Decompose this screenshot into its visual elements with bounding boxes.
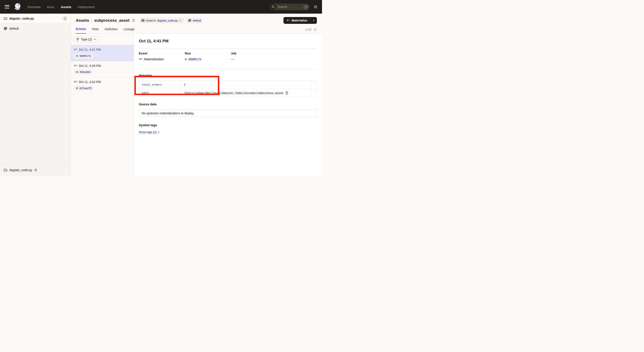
- metadata-key: total_orders: [139, 81, 181, 89]
- show-tags-label: Show tags (2): [139, 130, 156, 134]
- table-row: path /Users/yuhan/dev/local/dagster_home…: [139, 89, 317, 97]
- job-value-empty: —: [231, 57, 234, 61]
- nav-item-deployment[interactable]: Deployment: [78, 5, 95, 9]
- tab-events[interactable]: Events: [76, 27, 86, 34]
- run-column-label: Run: [185, 52, 231, 55]
- top-navbar: Overview Runs Assets Deployment / ⚙: [0, 0, 322, 14]
- metadata-actions-cell: [310, 81, 317, 89]
- asset-header: Assets › subprocess_asset Asset in dagst…: [71, 14, 322, 25]
- dagster-logo[interactable]: [14, 2, 22, 11]
- asset-sidebar: dagster_code.py 1 default dagster_code.p…: [0, 14, 71, 176]
- global-search[interactable]: /: [270, 3, 310, 10]
- nav-item-overview[interactable]: Overview: [27, 5, 41, 9]
- reload-code-location-icon[interactable]: [34, 169, 37, 172]
- event-list-item[interactable]: Oct 11, 4:22 PM 637aed75: [71, 77, 134, 94]
- refresh-countdown: 0:05: [306, 28, 312, 31]
- event-type-value: Materialization: [144, 57, 164, 61]
- metadata-heading: Metadata: [139, 74, 317, 77]
- chip-group-default[interactable]: default: [186, 18, 203, 23]
- divider: [139, 48, 317, 49]
- reload-icon[interactable]: [179, 19, 182, 22]
- asset-tabs: Events Plots Definition Lineage 0:05: [71, 25, 322, 34]
- metadata-table: total_orders 2 path /Users/yuhan/dev/loc…: [139, 81, 317, 97]
- run-id-link: 359cdbfc: [80, 70, 91, 74]
- settings-gear-icon[interactable]: ⚙: [314, 5, 317, 9]
- folder-icon: [4, 17, 7, 20]
- materialize-dropdown-caret[interactable]: ▾: [310, 19, 317, 22]
- funnel-icon: [76, 38, 79, 41]
- chip-prefix: Asset in: [146, 19, 156, 22]
- asset-count-badge: 1: [62, 16, 68, 21]
- events-list-panel: Type (2) Oct 11, 4:41 PM 9dbf617e: [71, 34, 134, 176]
- tab-plots[interactable]: Plots: [92, 27, 99, 33]
- event-timestamp: Oct 11, 4:22 PM: [79, 80, 101, 84]
- run-status-dot: [76, 55, 78, 57]
- run-id-link: 637aed75: [80, 87, 92, 90]
- nav-item-runs[interactable]: Runs: [47, 5, 54, 9]
- breadcrumb-assets-link[interactable]: Assets: [76, 18, 89, 23]
- event-column-label: Event: [139, 52, 185, 55]
- sidebar-item-default-group[interactable]: default: [0, 24, 70, 33]
- asset-group-icon: [4, 27, 7, 30]
- copy-path-icon[interactable]: [285, 91, 288, 95]
- type-filter-button[interactable]: Type (2): [73, 36, 99, 42]
- materialization-sparkles-icon: [74, 48, 77, 51]
- metadata-path-link[interactable]: /Users/yuhan/dev/local/dagster_home/stor…: [184, 91, 284, 94]
- materialize-label: Materialize: [292, 19, 307, 22]
- breadcrumb: Assets › subprocess_asset Asset in dagst…: [76, 16, 317, 25]
- group-label: default: [9, 27, 19, 30]
- source-data-empty-state: No upstream materializations to display.: [139, 109, 317, 117]
- system-tags-heading: System tags: [139, 123, 317, 127]
- run-id-link[interactable]: 9dbf617e: [188, 57, 201, 61]
- breadcrumb-separator: ›: [91, 18, 92, 22]
- sidebar-footer-code-location: dagster_code.py: [0, 164, 70, 176]
- type-filter-label: Type (2): [81, 38, 92, 41]
- events-filter-bar: Type (2): [71, 34, 134, 45]
- chevron-down-icon: [94, 38, 96, 41]
- metadata-actions-cell: [310, 89, 317, 97]
- run-id-chip[interactable]: 637aed75: [74, 85, 94, 91]
- event-detail-panel: Oct 11, 4:41 PM Event Materialization Ru…: [134, 34, 322, 176]
- hamburger-menu-icon[interactable]: [5, 5, 9, 8]
- tab-lineage[interactable]: Lineage: [124, 27, 134, 33]
- materialize-split-button: Materialize ▾: [284, 17, 317, 24]
- chip-group-link[interactable]: default: [193, 19, 201, 22]
- divider: [139, 69, 317, 70]
- refresh-icon[interactable]: [314, 28, 317, 31]
- show-tags-toggle[interactable]: Show tags (2) ▾: [139, 130, 159, 134]
- chip-code-location-link[interactable]: dagster_code.py: [157, 19, 178, 22]
- source-data-heading: Source data: [139, 103, 317, 106]
- footer-code-location-label: dagster_code.py: [9, 168, 32, 172]
- materialization-sparkles-icon: [74, 64, 77, 67]
- run-status-dot: [76, 87, 78, 89]
- materialization-sparkles-icon: [139, 57, 142, 61]
- nav-item-assets[interactable]: Assets: [61, 5, 71, 9]
- sparkles-icon: [286, 19, 290, 22]
- table-row: total_orders 2: [139, 81, 317, 89]
- event-summary-grid: Event Materialization Run 9dbf617e: [139, 52, 317, 61]
- run-id-chip[interactable]: 9dbf617e: [74, 53, 93, 58]
- event-timestamp: Oct 11, 4:33 PM: [79, 64, 101, 67]
- materialize-button[interactable]: Materialize: [284, 19, 310, 22]
- run-status-dot: [76, 71, 78, 73]
- source-data-empty-message: No upstream materializations to display.: [142, 111, 194, 115]
- search-shortcut-badge: /: [304, 5, 308, 9]
- caret-down-icon: ▾: [158, 131, 159, 133]
- metadata-key: path: [139, 89, 181, 97]
- folder-icon: [4, 168, 7, 172]
- event-list-item[interactable]: Oct 11, 4:33 PM 359cdbfc: [71, 61, 134, 77]
- chip-code-location[interactable]: Asset in dagster_code.py: [139, 18, 184, 23]
- job-column-label: Job: [231, 52, 317, 55]
- copy-asset-name-icon[interactable]: [132, 19, 135, 22]
- search-input[interactable]: [278, 5, 301, 8]
- sidebar-code-location[interactable]: dagster_code.py 1: [0, 14, 70, 24]
- tab-definition[interactable]: Definition: [105, 27, 118, 33]
- primary-nav: Overview Runs Assets Deployment: [27, 5, 95, 9]
- asset-group-icon: [188, 19, 191, 22]
- metadata-value: 2: [181, 81, 310, 89]
- event-timestamp: Oct 11, 4:41 PM: [79, 48, 101, 51]
- page-title: subprocess_asset: [94, 18, 130, 23]
- run-id-chip[interactable]: 359cdbfc: [74, 69, 93, 75]
- event-list-item[interactable]: Oct 11, 4:41 PM 9dbf617e: [71, 45, 134, 61]
- search-icon: [270, 4, 276, 9]
